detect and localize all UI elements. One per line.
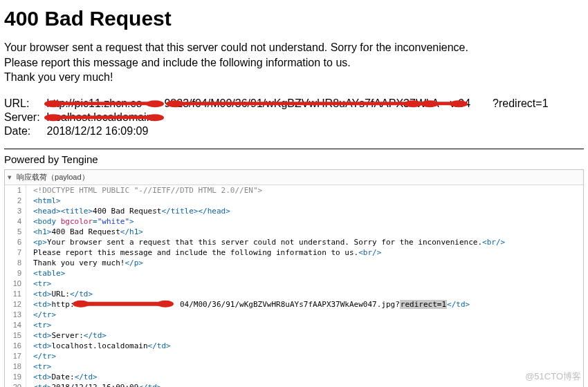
text: Thank you very much! xyxy=(33,258,125,267)
text: URL: xyxy=(52,290,71,299)
val: "white" xyxy=(98,217,129,226)
powered-by: Powered by Tengine xyxy=(4,153,584,165)
text: 04/M00/36/91/wKgBZVwHR8uAYs7fAAPX37WkAew… xyxy=(180,300,400,309)
tag: <html> xyxy=(33,196,61,205)
line-number: 3 xyxy=(5,206,26,216)
tag: </td> xyxy=(75,372,98,381)
tag: <table> xyxy=(33,269,65,278)
intro-line-3: Thank you very much! xyxy=(4,71,113,83)
payload-panel: ▾ 响应载荷（payload） 1<!DOCTYPE HTML PUBLIC "… xyxy=(4,169,584,387)
tag: <td> xyxy=(33,383,52,387)
server-label: Server: xyxy=(4,111,47,125)
payload-panel-header[interactable]: ▾ 响应载荷（payload） xyxy=(5,170,583,185)
text: 2018/12/12 16:09:09 xyxy=(52,383,139,387)
line-number: 13 xyxy=(5,310,26,320)
line-number: 20 xyxy=(5,382,26,387)
tag: </p> xyxy=(125,258,143,267)
line-number: 8 xyxy=(5,258,26,268)
line-number: 12 xyxy=(5,299,26,310)
tag: </td> xyxy=(84,331,107,340)
text: localhost.localdomain xyxy=(52,341,148,350)
highlighted-query: redirect=1 xyxy=(400,300,447,309)
line-number: 7 xyxy=(5,247,26,258)
payload-title: 响应载荷（payload） xyxy=(17,173,89,181)
line-number: 4 xyxy=(5,216,26,227)
redacted-url: http://pic11.zhcn.coxxxx9823/f04/M00/36/… xyxy=(47,97,493,110)
intro-line-1: Your browser sent a request that this se… xyxy=(4,41,468,53)
line-number: 17 xyxy=(5,351,26,361)
tag: <tr> xyxy=(33,321,52,330)
intro-line-2: Please report this message and include t… xyxy=(4,57,351,68)
doctype: <!DOCTYPE HTML PUBLIC "-//IETF//DTD HTML… xyxy=(33,186,262,195)
line-number: 6 xyxy=(5,237,26,247)
text: Date: xyxy=(52,372,75,381)
line-number: 15 xyxy=(5,330,26,341)
line-number: 14 xyxy=(5,320,26,330)
tag: </td> xyxy=(70,290,93,299)
tag: <br/> xyxy=(358,248,381,257)
line-number: 5 xyxy=(5,227,26,237)
line-number: 18 xyxy=(5,361,26,372)
date-value: 2018/12/12 16:09:09 xyxy=(47,125,553,139)
tag: <td> xyxy=(33,300,52,309)
text: Server: xyxy=(52,331,84,340)
text: http: xyxy=(52,300,75,309)
tag: <h1> xyxy=(33,227,52,236)
redacted-server: localhost.localdomain xyxy=(47,111,153,124)
tag: <br/> xyxy=(482,238,505,247)
tag: <td> xyxy=(33,372,52,381)
tag: <td> xyxy=(33,331,52,340)
tag: <td> xyxy=(33,341,52,350)
date-row: Date: 2018/12/12 16:09:09 xyxy=(4,125,553,139)
text: Please report this message and include t… xyxy=(33,248,358,257)
error-details-table: URL: http://pic11.zhcn.coxxxx9823/f04/M0… xyxy=(4,97,553,139)
text: 400 Bad Request xyxy=(93,207,161,216)
text: Your browser sent a request that this se… xyxy=(47,238,482,247)
text: 400 Bad Request xyxy=(52,227,120,236)
tag: </tr> xyxy=(33,310,56,319)
tag: </tr> xyxy=(33,352,56,361)
line-number: 9 xyxy=(5,268,26,279)
date-label: Date: xyxy=(4,125,47,139)
url-query: ?redirect=1 xyxy=(493,97,549,109)
redacted-url-source: //pic11.zhcn.com:9823/f xyxy=(75,299,180,310)
line-number: 10 xyxy=(5,279,26,289)
divider xyxy=(4,149,584,149)
line-number: 1 xyxy=(5,185,26,196)
server-row: Server: localhost.localdomain xyxy=(4,111,553,125)
error-heading: 400 Bad Request xyxy=(4,7,584,30)
tag: <p> xyxy=(33,238,47,247)
tag: <td> xyxy=(33,290,52,299)
collapse-triangle-icon[interactable]: ▾ xyxy=(8,173,12,181)
line-number: 16 xyxy=(5,341,26,351)
watermark: @51CTO博客 xyxy=(525,370,581,383)
tag: = xyxy=(93,217,98,226)
tag: <tr> xyxy=(33,362,52,371)
tag: <head><title> xyxy=(33,207,93,216)
url-value: http://pic11.zhcn.coxxxx9823/f04/M00/36/… xyxy=(47,97,553,111)
tag: <body xyxy=(33,217,61,226)
tag: </td> xyxy=(138,383,161,387)
tag: </h1> xyxy=(120,227,143,236)
line-number: 19 xyxy=(5,372,26,382)
error-intro: Your browser sent a request that this se… xyxy=(4,40,584,85)
tag: </td> xyxy=(148,341,171,350)
line-number: 11 xyxy=(5,289,26,299)
tag: </td> xyxy=(447,300,470,309)
tag: <tr> xyxy=(33,279,52,288)
url-row: URL: http://pic11.zhcn.coxxxx9823/f04/M0… xyxy=(4,97,553,111)
attr: bgcolor xyxy=(61,217,93,226)
source-code[interactable]: 1<!DOCTYPE HTML PUBLIC "-//IETF//DTD HTM… xyxy=(5,185,583,387)
line-number: 2 xyxy=(5,196,26,206)
tag: </title></head> xyxy=(161,207,230,216)
url-label: URL: xyxy=(4,97,47,111)
tag: > xyxy=(129,217,134,226)
